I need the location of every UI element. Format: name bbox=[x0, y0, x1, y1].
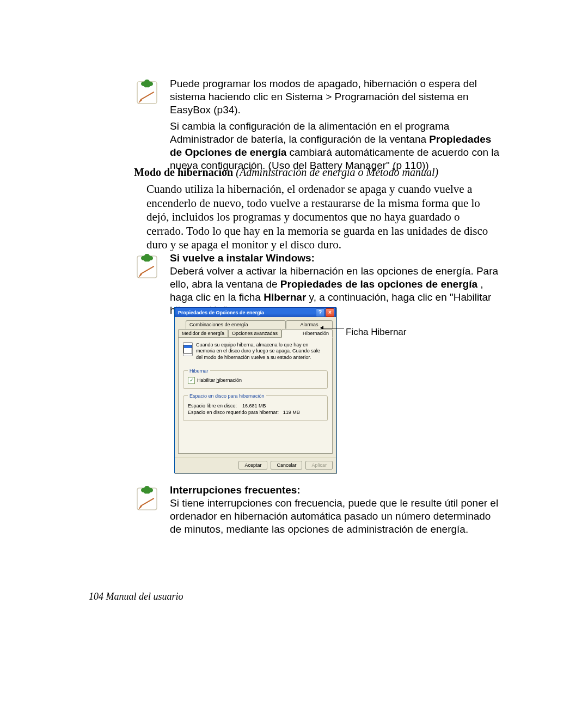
kv1-value: 16.681 MB bbox=[242, 403, 266, 409]
section-title-strong: Modo de hibernación bbox=[134, 166, 233, 178]
tab-label: Alarmas bbox=[300, 322, 318, 327]
checkbox-label: Habilitar hibernación bbox=[197, 377, 242, 383]
ok-button[interactable]: Aceptar bbox=[238, 461, 267, 470]
tab-hibernacion[interactable]: Hibernación bbox=[281, 329, 333, 338]
kv2-label: Espacio en disco requerido para hibernar… bbox=[188, 410, 279, 415]
note3-p1: Si tiene interrupciones con frecuencia, … bbox=[170, 497, 500, 536]
tab-medidor[interactable]: Medidor de energía bbox=[178, 329, 228, 338]
tab-combinaciones[interactable]: Combinaciones de energía bbox=[186, 320, 286, 329]
tab-label: Medidor de energía bbox=[182, 331, 224, 336]
tab-label: Opciones avanzadas bbox=[232, 331, 278, 336]
dialog-screenshot: Propiedades de Opciones de energía ? × C… bbox=[174, 307, 336, 473]
tab-label: Hibernación bbox=[303, 331, 329, 336]
tab-opciones-avanzadas[interactable]: Opciones avanzadas bbox=[228, 329, 281, 338]
checkbox-habilitar-hibernacion[interactable]: ✓ bbox=[188, 377, 195, 384]
note-1-text: Puede programar los modos de apagado, hi… bbox=[170, 77, 500, 172]
dialog-info-text: Cuando su equipo hiberna, almacena lo qu… bbox=[196, 342, 328, 361]
section-title: Modo de hibernación (Administración de e… bbox=[134, 166, 493, 179]
note2-p1b: Propiedades de las opciones de energía bbox=[280, 278, 477, 290]
section-title-italic: (Administración de energía o Método manu… bbox=[233, 166, 438, 178]
note-icon bbox=[134, 252, 161, 280]
callout-label: Ficha Hibernar bbox=[346, 327, 407, 338]
note2-head: Si vuelve a instalar Windows: bbox=[170, 252, 500, 265]
close-icon[interactable]: × bbox=[326, 308, 334, 317]
callout-line bbox=[322, 328, 344, 328]
body-paragraph: Cuando utiliza la hibernación, el ordena… bbox=[146, 182, 498, 252]
cancel-button[interactable]: Cancelar bbox=[271, 461, 302, 470]
group-hibernar: Hibernar ✓ Habilitar hibernación bbox=[183, 368, 328, 389]
note2-p1d: Hibernar bbox=[264, 291, 306, 303]
note3-head: Interrupciones frecuentes: bbox=[170, 484, 500, 497]
kv2-value: 119 MB bbox=[283, 410, 300, 415]
note1-p1: Puede programar los modos de apagado, hi… bbox=[170, 78, 477, 115]
dialog-titlebar[interactable]: Propiedades de Opciones de energía ? × bbox=[175, 307, 336, 317]
note-icon bbox=[134, 484, 161, 512]
note-3-text: Interrupciones frecuentes: Si tiene inte… bbox=[170, 484, 500, 536]
kv1-label: Espacio libre en disco: bbox=[188, 403, 237, 409]
page-footer: 104 Manual del usuario bbox=[89, 591, 183, 602]
apply-button[interactable]: Aplicar bbox=[305, 461, 333, 470]
tab-label: Combinaciones de energía bbox=[189, 322, 248, 327]
note1-p2a: Si cambia la configuración de la aliment… bbox=[170, 120, 449, 145]
group-espacio: Espacio en disco para hibernación Espaci… bbox=[183, 393, 328, 421]
note-icon bbox=[134, 77, 161, 106]
monitor-icon bbox=[183, 342, 193, 356]
group-espacio-legend: Espacio en disco para hibernación bbox=[188, 393, 266, 399]
dialog-title: Propiedades de Opciones de energía bbox=[178, 310, 264, 315]
group-hibernar-legend: Hibernar bbox=[188, 368, 210, 374]
help-icon[interactable]: ? bbox=[316, 308, 324, 317]
